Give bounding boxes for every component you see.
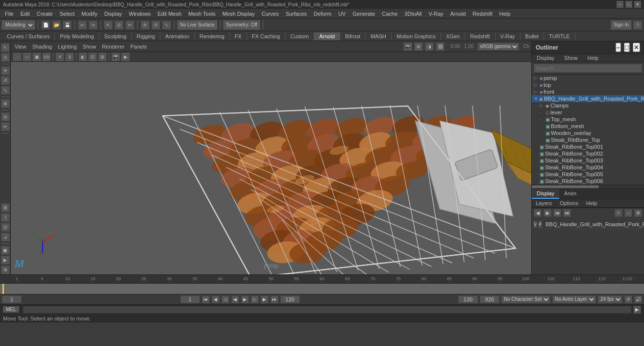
move-mode-btn[interactable]: ✛ xyxy=(1,66,10,75)
tab-sculpting[interactable]: Sculpting xyxy=(99,32,132,40)
tab-motion-graphics[interactable]: Motion Graphics xyxy=(392,32,441,40)
frame-start-input[interactable] xyxy=(180,295,200,303)
tab-rendering[interactable]: Rendering xyxy=(195,32,230,40)
camera-icon[interactable]: 📷 xyxy=(403,42,412,51)
gamma-selector[interactable]: sRGB gamma xyxy=(477,43,519,51)
render-btn[interactable]: ▶ xyxy=(1,256,10,265)
tab-arnold[interactable]: Arnold xyxy=(314,32,340,40)
menu-select[interactable]: Select xyxy=(57,10,78,18)
outliner-search-input[interactable] xyxy=(534,64,642,73)
mel-python-toggle[interactable]: MEL xyxy=(3,306,19,313)
tab-fx[interactable]: FX xyxy=(230,32,247,40)
layer-start-btn[interactable]: ⏮ xyxy=(553,209,561,217)
tree-item-rib-top006[interactable]: ▣ Steak_RibBone_Top006 xyxy=(532,178,644,185)
menu-help[interactable]: Help xyxy=(496,10,514,18)
rotate-tool-icon[interactable]: ↺ xyxy=(151,21,160,29)
snap-surface-btn[interactable]: ⊿ xyxy=(1,233,10,241)
isolate-icon[interactable]: ◐ xyxy=(78,53,87,61)
mode-selector[interactable]: Modeling xyxy=(2,21,35,29)
layer-end-btn[interactable]: ⏭ xyxy=(563,209,571,217)
soft-select-btn[interactable]: ◎ xyxy=(1,112,10,121)
wireframe-icon[interactable]: ⊞ xyxy=(414,42,423,51)
tree-item-rib-top003[interactable]: ▣ Steak_RibBone_Top003 xyxy=(532,157,644,164)
sign-in-button[interactable]: Sign In xyxy=(611,21,631,29)
menu-vray[interactable]: V-Ray xyxy=(426,10,446,18)
playblast-icon[interactable]: ▶ xyxy=(121,53,130,61)
command-run-btn[interactable]: ▶ xyxy=(633,306,641,314)
play-fwd-btn[interactable]: ▶ xyxy=(241,295,249,303)
lasso-icon[interactable]: ⊙ xyxy=(115,21,124,29)
layer-row-bbq[interactable]: V P BBQ_Handle_Grill_with_Roasted_Pork_R… xyxy=(534,220,642,229)
timeline-track[interactable] xyxy=(0,284,644,294)
tree-item-top[interactable]: ▷ ■ top xyxy=(532,81,644,88)
tab-vray[interactable]: V-Ray xyxy=(495,32,520,40)
select-tool-icon[interactable]: ↖ xyxy=(104,21,113,29)
vt-shading[interactable]: Shading xyxy=(30,44,54,50)
menu-deform[interactable]: Deform xyxy=(311,10,334,18)
heads-up-icon[interactable]: ℹ xyxy=(65,53,74,61)
menu-redshift[interactable]: Redshift xyxy=(470,10,495,18)
menu-create[interactable]: Create xyxy=(34,10,56,18)
tab-bifrost[interactable]: Bifrost xyxy=(340,32,366,40)
select-mode-btn[interactable]: ↖ xyxy=(1,43,10,52)
menu-modify[interactable]: Modify xyxy=(78,10,100,18)
move-tool-icon[interactable]: ✛ xyxy=(141,21,149,29)
command-input[interactable] xyxy=(23,306,631,313)
shaded-icon[interactable]: ◑ xyxy=(425,42,434,51)
tab-custom[interactable]: Custom xyxy=(285,32,314,40)
go-to-start-btn[interactable]: ⏮ xyxy=(202,295,210,303)
menu-edit[interactable]: Edit xyxy=(18,10,33,18)
snap-grid-btn[interactable]: ⊞ xyxy=(1,203,10,212)
tab-turtle[interactable]: TURTLE xyxy=(544,32,575,40)
vt-renderer[interactable]: Renderer xyxy=(100,44,126,50)
tree-item-front[interactable]: ▷ ■ front xyxy=(532,88,644,95)
vt-panels[interactable]: Panels xyxy=(128,44,149,50)
playback-speed-input[interactable] xyxy=(480,295,499,303)
vt-show[interactable]: Show xyxy=(81,44,99,50)
layer-add-btn[interactable]: + xyxy=(615,209,622,217)
character-set-selector[interactable]: No Character Set xyxy=(501,295,550,303)
resolution-gate-icon[interactable]: ⊡ xyxy=(88,53,97,61)
menu-mesh-display[interactable]: Mesh Display xyxy=(220,10,258,18)
tab-mash[interactable]: MASH xyxy=(366,32,392,40)
outliner-tab-display[interactable]: Display xyxy=(532,54,559,62)
play-back-btn[interactable]: ◀ xyxy=(231,295,239,303)
tree-item-bbq-group[interactable]: ▼ ◆ BBQ_Handle_Grill_with_Roasted_Pork_R… xyxy=(532,95,644,102)
layer-next-btn[interactable]: ▶ xyxy=(544,209,551,217)
select-uv-icon[interactable]: UV xyxy=(42,53,51,61)
no-live-surface-button[interactable]: No Live Surface xyxy=(177,21,217,29)
tree-item-clamps[interactable]: ▷ ◆ Clamps xyxy=(532,102,644,109)
vt-lighting[interactable]: Lighting xyxy=(56,44,79,50)
lasso-mode-btn[interactable]: ⊙ xyxy=(1,53,10,62)
layer-playback-btn[interactable]: P xyxy=(539,221,542,228)
anim-layer-selector[interactable]: No Anim Layer xyxy=(552,295,596,303)
menu-cache[interactable]: Cache xyxy=(379,10,400,18)
menu-generate[interactable]: Generate xyxy=(349,10,378,18)
safe-zone-icon[interactable]: ⊞ xyxy=(98,53,107,61)
outliner-close-btn[interactable]: ✕ xyxy=(633,43,640,52)
prev-frame-btn[interactable]: ◀ xyxy=(212,295,220,303)
save-file-icon[interactable]: 💾 xyxy=(63,21,72,29)
menu-curves[interactable]: Curves xyxy=(259,10,282,18)
bp-subtab-layers[interactable]: Layers xyxy=(532,199,556,207)
universal-mode-btn[interactable]: ⊕ xyxy=(1,99,10,108)
anim-end-input[interactable] xyxy=(458,295,478,303)
outliner-scrollbar[interactable] xyxy=(532,185,644,188)
layer-visible-btn[interactable]: V xyxy=(534,221,537,228)
render-region-btn[interactable]: ▣ xyxy=(1,246,10,255)
outliner-scroll-handle[interactable] xyxy=(532,185,599,188)
tab-poly-modeling[interactable]: Poly Modeling xyxy=(55,32,99,40)
open-file-icon[interactable]: 📂 xyxy=(52,21,61,29)
render-settings-btn[interactable]: ⚙ xyxy=(1,266,10,274)
redo-icon[interactable]: ↪ xyxy=(89,21,98,29)
tab-curves-surfaces[interactable]: Curves / Surfaces xyxy=(2,32,55,40)
new-file-icon[interactable]: 📄 xyxy=(41,21,50,29)
3d-viewport[interactable]: persp M X Y Z xyxy=(11,62,531,274)
tab-redshift[interactable]: Redshift xyxy=(465,32,495,40)
scale-mode-btn[interactable]: ⤡ xyxy=(1,86,10,95)
menu-arnold[interactable]: Arnold xyxy=(447,10,469,18)
bp-tab-anim[interactable]: Anim xyxy=(559,189,581,199)
menu-mesh-tools[interactable]: Mesh Tools xyxy=(185,10,218,18)
menu-windows[interactable]: Windows xyxy=(126,10,154,18)
select-face-icon[interactable]: ▣ xyxy=(32,53,41,61)
